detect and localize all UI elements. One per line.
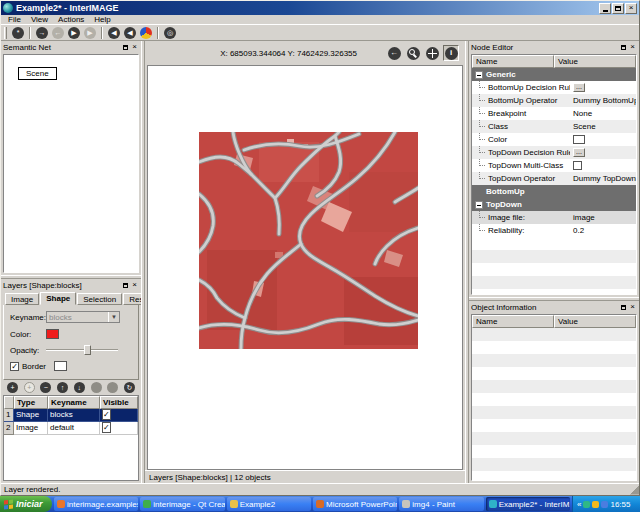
section-topdown[interactable]: TopDown [472,198,636,211]
remove-layer-button[interactable]: − [40,382,51,393]
map-back-button[interactable]: ← [386,45,402,61]
taskbar-task-active[interactable]: Example2* - InterIM... [486,497,570,511]
add-alt-button[interactable]: + [24,382,35,393]
map-info-button[interactable]: i [443,45,459,61]
table-row[interactable]: 1 Shape blocks [4,409,138,422]
menu-view[interactable]: View [26,15,53,24]
settings-button[interactable]: * [11,26,25,40]
border-color-swatch[interactable] [54,361,67,371]
col-name[interactable]: Name [472,315,554,328]
taskbar-task[interactable]: interimage.examples.ex.... [54,497,138,511]
run-back-button[interactable]: ← [51,26,65,40]
tray-icon-green[interactable] [583,501,590,508]
property-row[interactable]: Breakpoint None [472,107,636,120]
close-button[interactable]: × [625,3,637,14]
maximize-button[interactable] [612,3,624,14]
ellipsis-button[interactable]: ... [573,83,585,92]
keyname-value: blocks [49,313,72,322]
chevron-down-icon: ▼ [108,312,119,322]
color-swatch[interactable] [46,329,59,339]
close-icon[interactable]: × [628,43,637,52]
node-color-swatch[interactable] [573,135,585,144]
folder-icon [230,500,238,508]
add-layer-button[interactable]: + [7,382,18,393]
menu-file[interactable]: File [3,15,26,24]
property-row[interactable]: TopDown Multi-Class [472,159,636,172]
stop-button[interactable]: ◎ [163,26,177,40]
collapse-icon[interactable] [475,201,483,209]
cursor-coordinates: X: 685093.344064 Y: 7462429.326355 [220,49,357,58]
multiclass-checkbox[interactable] [573,161,582,170]
menu-bar: File View Actions Help [1,15,639,25]
disabled-button-a [91,382,102,393]
opacity-slider[interactable] [46,345,118,355]
float-icon[interactable] [121,281,130,290]
start-button[interactable]: Iniciar [0,496,52,512]
tab-shape[interactable]: Shape [40,292,76,305]
menu-actions[interactable]: Actions [53,15,89,24]
property-row[interactable]: Image file: image [472,211,636,224]
property-row[interactable]: TopDown Decision Rule ... [472,146,636,159]
move-up-button[interactable]: ↑ [57,382,68,393]
close-icon[interactable]: × [628,303,637,312]
minimize-button[interactable] [599,3,611,14]
taskbar-task[interactable]: Example2 [227,497,311,511]
property-row[interactable]: Reliability: 0.2 [472,224,636,237]
ellipsis-button[interactable]: ... [573,148,585,157]
title-bar[interactable]: Example2* - InterIMAGE × [1,1,639,15]
menu-help[interactable]: Help [89,15,115,24]
taskbar-task[interactable]: img4 - Paint [399,497,483,511]
resize-grip[interactable] [629,485,639,495]
map-viewport[interactable] [147,65,463,470]
col-keyname[interactable]: Keyname [48,396,100,409]
semantic-net-canvas[interactable]: Scene [3,54,139,273]
move-down-button[interactable]: ↓ [74,382,85,393]
tab-image[interactable]: Image [5,293,39,305]
tray-icon-blue[interactable] [601,501,608,508]
close-icon[interactable]: × [130,43,139,52]
play-button[interactable]: ▶ [67,26,81,40]
tab-selection[interactable]: Selection [77,293,122,305]
border-checkbox[interactable] [10,362,19,371]
map-pan-button[interactable] [424,45,440,61]
float-icon[interactable] [619,303,628,312]
keyname-dropdown[interactable]: blocks ▼ [46,311,120,323]
section-bottomup[interactable]: BottomUp [472,185,636,198]
map-zoom-button[interactable] [405,45,421,61]
status-bar: Layer rendered. [1,483,639,495]
property-row[interactable]: Color [472,133,636,146]
aerial-map-image[interactable] [199,132,418,349]
toolbar-grip[interactable] [4,27,7,39]
visible-checkbox[interactable] [102,422,111,433]
col-type[interactable]: Type [14,396,48,409]
step-button[interactable]: ▶ [83,26,97,40]
property-row[interactable]: BottomUp Operator Dummy BottomUp [472,94,636,107]
tray-icon-yellow[interactable] [592,501,599,508]
section-generic[interactable]: Generic [472,68,636,81]
run-forward-button[interactable]: → [35,26,49,40]
slider-thumb[interactable] [84,345,91,355]
colors-button[interactable] [139,26,153,40]
taskbar-task[interactable]: Microsoft PowerPoint - [I... [313,497,397,511]
nav-first-button[interactable]: ◀ [123,26,137,40]
nav-back-button[interactable]: ◀ [107,26,121,40]
property-row[interactable]: Class Scene [472,120,636,133]
float-icon[interactable] [121,43,130,52]
col-name[interactable]: Name [472,55,554,68]
visible-checkbox[interactable] [102,409,111,420]
property-row[interactable]: TopDown Operator Dummy TopDown [472,172,636,185]
float-icon[interactable] [619,43,628,52]
close-icon[interactable]: × [130,281,139,290]
refresh-button[interactable]: ↻ [124,382,135,393]
tray-chevron-icon[interactable]: « [577,500,581,509]
system-tray: « 16:55 [572,496,640,512]
taskbar-task[interactable]: interimage - Qt Creator [140,497,224,511]
property-row[interactable]: BottomUp Decision Rule ... [472,81,636,94]
back-arrow-icon: ← [388,47,401,60]
table-row[interactable]: 2 Image default [4,422,138,435]
col-value[interactable]: Value [554,55,636,68]
col-visible[interactable]: Visible [100,396,138,409]
col-value[interactable]: Value [554,315,636,328]
collapse-icon[interactable] [475,71,483,79]
scene-node[interactable]: Scene [18,67,57,80]
